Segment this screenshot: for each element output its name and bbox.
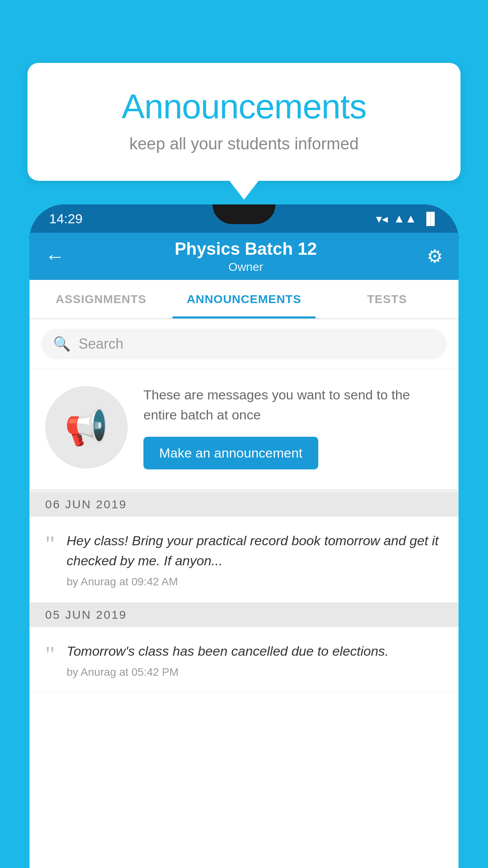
announcement-content-2: Tomorrow's class has been cancelled due … bbox=[67, 641, 443, 679]
date-separator-2: 05 JUN 2019 bbox=[29, 603, 459, 627]
announcement-text-1: Hey class! Bring your practical record b… bbox=[67, 531, 443, 571]
bubble-title: Announcements bbox=[59, 86, 429, 127]
promo-section: 📢 These are messages you want to send to… bbox=[29, 369, 459, 492]
battery-icon: ▐▌ bbox=[422, 212, 439, 225]
tab-tests[interactable]: TESTS bbox=[316, 280, 459, 318]
status-time: 14:29 bbox=[49, 211, 83, 226]
date-separator-1: 06 JUN 2019 bbox=[29, 492, 459, 517]
speech-bubble: Announcements keep all your students inf… bbox=[28, 63, 460, 181]
status-bar: 14:29 ▾◂ ▲▲ ▐▌ bbox=[29, 204, 459, 233]
megaphone-icon: 📢 bbox=[64, 406, 108, 448]
promo-description: These are messages you want to send to t… bbox=[143, 385, 443, 425]
search-input[interactable]: Search bbox=[79, 336, 123, 352]
header-subtitle: Owner bbox=[175, 260, 317, 274]
promo-text-area: These are messages you want to send to t… bbox=[143, 385, 443, 469]
header-center: Physics Batch 12 Owner bbox=[175, 239, 317, 274]
header-title: Physics Batch 12 bbox=[175, 239, 317, 259]
tabs-bar: ASSIGNMENTS ANNOUNCEMENTS TESTS bbox=[29, 280, 459, 319]
announcement-text-2: Tomorrow's class has been cancelled due … bbox=[67, 641, 443, 661]
speech-bubble-container: Announcements keep all your students inf… bbox=[28, 63, 460, 181]
search-bar-container: 🔍 Search bbox=[29, 319, 459, 369]
back-button[interactable]: ← bbox=[45, 245, 65, 268]
announcement-item-2: " Tomorrow's class has been cancelled du… bbox=[29, 627, 459, 693]
app-header: ← Physics Batch 12 Owner ⚙ bbox=[29, 233, 459, 280]
signal-icon: ▲▲ bbox=[393, 212, 416, 225]
search-icon: 🔍 bbox=[53, 336, 71, 352]
phone-content: 🔍 Search 📢 These are messages you want t… bbox=[29, 319, 459, 868]
bubble-subtitle: keep all your students informed bbox=[59, 134, 429, 153]
search-input-wrapper[interactable]: 🔍 Search bbox=[41, 329, 447, 359]
quote-icon-1: " bbox=[45, 535, 55, 554]
announcement-item-1: " Hey class! Bring your practical record… bbox=[29, 517, 459, 603]
promo-icon-circle: 📢 bbox=[45, 386, 128, 469]
wifi-icon: ▾◂ bbox=[376, 212, 388, 226]
announcement-meta-1: by Anurag at 09:42 AM bbox=[67, 576, 443, 588]
notch bbox=[213, 204, 275, 224]
phone-frame: 14:29 ▾◂ ▲▲ ▐▌ ← Physics Batch 12 Owner … bbox=[29, 204, 459, 868]
announcement-meta-2: by Anurag at 05:42 PM bbox=[67, 666, 443, 679]
tab-assignments[interactable]: ASSIGNMENTS bbox=[29, 280, 172, 318]
make-announcement-button[interactable]: Make an announcement bbox=[143, 437, 318, 469]
settings-icon[interactable]: ⚙ bbox=[427, 246, 443, 267]
tab-announcements[interactable]: ANNOUNCEMENTS bbox=[172, 280, 316, 318]
status-icons: ▾◂ ▲▲ ▐▌ bbox=[376, 212, 439, 226]
announcement-content-1: Hey class! Bring your practical record b… bbox=[67, 531, 443, 588]
quote-icon-2: " bbox=[45, 645, 55, 664]
